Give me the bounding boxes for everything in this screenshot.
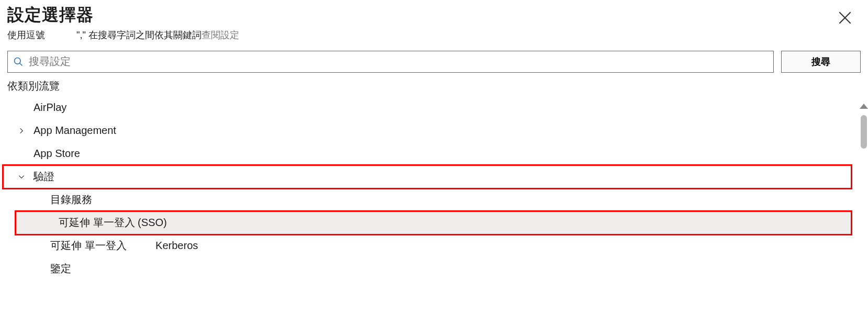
search-input[interactable] [29,55,768,68]
scroll-up-arrow-icon[interactable] [860,104,868,109]
subtitle: 使用逗號 "," 在搜尋字詞之間依其關鍵詞查閱設定 [7,29,861,41]
category-app-store[interactable]: App Store [7,142,861,165]
category-app-management[interactable]: App Management [7,119,861,142]
scrollbar[interactable] [861,104,867,315]
subtitle-part-a: 使用逗號 [7,30,45,40]
chevron-down-icon [16,173,27,181]
category-label: 目錄服務 [27,193,92,207]
category-label: App Management [27,125,116,137]
category-extensible-sso[interactable]: 可延伸 單一登入 (SSO) [16,211,851,234]
search-box[interactable] [7,51,774,73]
svg-point-0 [15,58,21,64]
category-airplay[interactable]: AirPlay [7,96,861,119]
scroll-thumb[interactable] [861,115,867,149]
category-label: 可延伸 單一登入 Kerberos [27,239,198,253]
category-label: AirPlay [27,102,66,114]
category-identification[interactable]: 鑒定 [7,257,861,280]
search-button[interactable]: 搜尋 [781,51,861,73]
close-button[interactable] [837,9,853,26]
browse-by-category-label: 依類別流覽 [7,79,861,93]
category-label: 驗證 [27,170,54,184]
close-icon [837,9,853,26]
page-title: 設定選擇器 [7,5,861,25]
category-extensible-sso-kerberos[interactable]: 可延伸 單一登入 Kerberos [7,234,861,257]
subtitle-part-b: 在搜尋字詞之間依其關鍵詞 [88,30,202,40]
category-label: 鑒定 [27,262,71,276]
category-authentication[interactable]: 驗證 [3,165,851,188]
category-tree: AirPlay App Management App Store 驗證 目錄服務… [7,96,861,280]
chevron-right-icon [16,127,27,134]
svg-line-1 [20,63,23,65]
search-icon [13,57,24,67]
subtitle-part-c: 查閱設定 [202,30,239,40]
subtitle-quote: "," [76,30,86,40]
category-label: App Store [27,148,80,160]
category-directory-service[interactable]: 目錄服務 [7,188,861,211]
category-label: 可延伸 單一登入 (SSO) [27,216,167,230]
